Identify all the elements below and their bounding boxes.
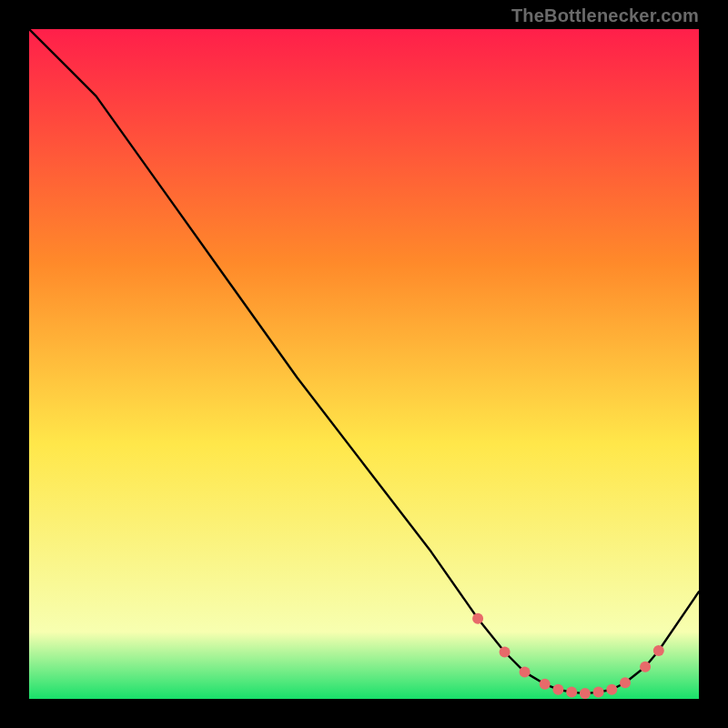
- marker-point: [566, 687, 577, 698]
- marker-point: [540, 679, 551, 690]
- marker-point: [640, 662, 651, 672]
- marker-point: [520, 667, 531, 678]
- gradient-background: [29, 29, 699, 699]
- marker-point: [552, 684, 563, 695]
- attribution-text: TheBottlenecker.com: [511, 5, 699, 26]
- marker-point: [653, 645, 664, 656]
- marker-point: [606, 684, 617, 695]
- chart-svg: [29, 29, 699, 699]
- marker-point: [580, 688, 591, 699]
- plot-area: [29, 29, 699, 699]
- marker-point: [620, 677, 631, 688]
- marker-point: [593, 687, 604, 698]
- marker-point: [500, 647, 511, 658]
- marker-point: [472, 613, 483, 624]
- chart-frame: { "attribution": "TheBottlenecker.com", …: [0, 0, 728, 728]
